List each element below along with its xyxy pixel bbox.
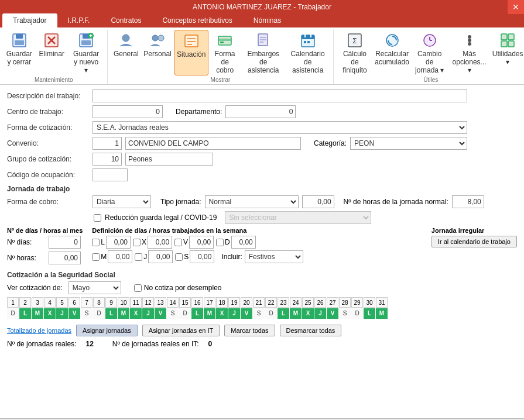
convenio-name-input[interactable] [125,137,301,150]
cambio-jornada-button[interactable]: Cambio de jornada ▾ [412,30,448,75]
grupo-num-input[interactable] [93,153,122,166]
calendar-letter-14[interactable]: S [167,308,179,319]
calendar-letter-8[interactable]: D [93,308,105,319]
tab-trabajador[interactable]: Trabajador [2,13,57,27]
eliminar-button[interactable]: Eliminar [36,30,67,75]
calendar-day-20[interactable]: 20 [241,297,252,308]
general-button[interactable]: General [111,30,141,75]
calculo-finiquito-button[interactable]: Σ Cálculo de finiquito [337,30,373,75]
descripcion-input[interactable] [93,89,467,102]
calendar-letter-28[interactable]: S [339,308,351,319]
calendar-day-15[interactable]: 15 [179,297,191,308]
calendar-letter-27[interactable]: V [327,308,338,319]
calendar-day-11[interactable]: 11 [130,297,142,308]
calendario-button[interactable]: Calendario de asistencia [286,30,330,75]
calendar-day-21[interactable]: 21 [253,297,265,308]
calendar-day-19[interactable]: 19 [228,297,240,308]
calendar-letter-19[interactable]: J [228,308,240,319]
day-X-checkbox[interactable] [133,239,141,246]
calendar-letter-5[interactable]: J [56,308,68,319]
calendar-letter-25[interactable]: X [302,308,314,319]
calendar-letter-16[interactable]: L [191,308,203,319]
calendar-day-8[interactable]: 8 [93,297,105,308]
forma-cobro-button[interactable]: Forma de cobro [210,30,241,75]
day-L-input[interactable] [106,236,131,249]
calendar-letter-18[interactable]: X [216,308,228,319]
calendar-day-23[interactable]: 23 [278,297,289,308]
forma-cobro-select[interactable]: Diaria [93,195,151,208]
calendar-letter-2[interactable]: L [19,308,31,319]
day-X-input[interactable] [148,236,172,249]
calendar-letter-30[interactable]: L [364,308,375,319]
calendar-day-30[interactable]: 30 [364,297,375,308]
calendar-letter-17[interactable]: M [204,308,215,319]
tab-irpf[interactable]: I.R.P.F. [57,13,101,27]
day-J-checkbox[interactable] [135,253,142,261]
horas-valor-input[interactable] [302,195,334,208]
tipo-jornada-select[interactable]: Normal [205,195,299,208]
day-M-input[interactable] [108,250,132,263]
mas-opciones-button[interactable]: Más opciones... ▾ [449,30,490,75]
calendar-letter-23[interactable]: L [278,308,289,319]
ir-calendario-button[interactable]: Ir al calendario de trabajo [431,236,517,247]
calendar-day-25[interactable]: 25 [302,297,314,308]
day-V-checkbox[interactable] [174,239,182,246]
calendar-letter-7[interactable]: S [81,308,93,319]
tab-contratos[interactable]: Contratos [100,13,152,27]
calendar-day-3[interactable]: 3 [32,297,43,308]
guardar-nuevo-button[interactable]: Guardar y nuevo ▾ [69,30,104,75]
calendar-day-14[interactable]: 14 [167,297,179,308]
situacion-button[interactable]: Situación [174,30,208,75]
dias-input[interactable] [49,236,81,249]
calendar-day-29[interactable]: 29 [351,297,363,308]
recalcular-button[interactable]: Recalcular acumulado [374,30,410,75]
calendar-day-2[interactable]: 2 [19,297,31,308]
calendar-day-5[interactable]: 5 [56,297,68,308]
forma-cotizacion-select[interactable]: S.E.A. Jornadas reales [93,121,467,134]
day-V-input[interactable] [189,236,214,249]
marcar-todas-button[interactable]: Marcar todas [224,325,275,336]
calendar-letter-3[interactable]: M [32,308,43,319]
utilidades-button[interactable]: Utilidades ▾ [491,30,524,75]
calendar-letter-26[interactable]: J [314,308,326,319]
sin-seleccionar-select[interactable]: Sin seleccionar [225,211,371,224]
convenio-num-input[interactable] [93,137,122,150]
calendar-letter-12[interactable]: J [142,308,154,319]
calendar-day-12[interactable]: 12 [142,297,154,308]
calendar-letter-10[interactable]: M [118,308,129,319]
calendar-letter-11[interactable]: X [130,308,142,319]
no-cotiza-checkbox[interactable] [134,284,142,292]
personal-button[interactable]: Personal [142,30,173,75]
calendar-day-31[interactable]: 31 [376,297,388,308]
horas-normal-input[interactable] [452,195,484,208]
close-button[interactable]: ✕ [508,0,524,14]
day-J-input[interactable] [148,250,173,263]
calendar-day-1[interactable]: 1 [7,297,19,308]
tab-conceptos[interactable]: Conceptos retributivos [152,13,242,27]
calendar-day-26[interactable]: 26 [314,297,326,308]
calendar-day-24[interactable]: 24 [290,297,302,308]
calendar-letter-29[interactable]: D [351,308,363,319]
calendar-letter-15[interactable]: D [179,308,191,319]
calendar-day-4[interactable]: 4 [44,297,56,308]
calendar-letter-6[interactable]: V [69,308,80,319]
calendar-day-28[interactable]: 28 [339,297,351,308]
asignar-jornadas-button[interactable]: Asignar jornadas [76,325,138,336]
calendar-day-10[interactable]: 10 [118,297,129,308]
totalizado-link[interactable]: Totalizado de jornadas [7,327,71,334]
calendar-letter-20[interactable]: V [241,308,252,319]
calendar-letter-9[interactable]: L [105,308,117,319]
calendar-day-16[interactable]: 16 [191,297,203,308]
day-L-checkbox[interactable] [92,239,100,246]
calendar-letter-1[interactable]: D [7,308,19,319]
calendar-day-13[interactable]: 13 [155,297,166,308]
calendar-day-17[interactable]: 17 [204,297,215,308]
calendar-letter-13[interactable]: V [155,308,166,319]
calendar-letter-4[interactable]: X [44,308,56,319]
calendar-day-18[interactable]: 18 [216,297,228,308]
calendar-letter-24[interactable]: M [290,308,302,319]
day-D-checkbox[interactable] [216,239,224,246]
calendar-letter-31[interactable]: M [376,308,388,319]
incluir-select[interactable]: Festivos [245,250,303,263]
calendar-day-22[interactable]: 22 [265,297,277,308]
